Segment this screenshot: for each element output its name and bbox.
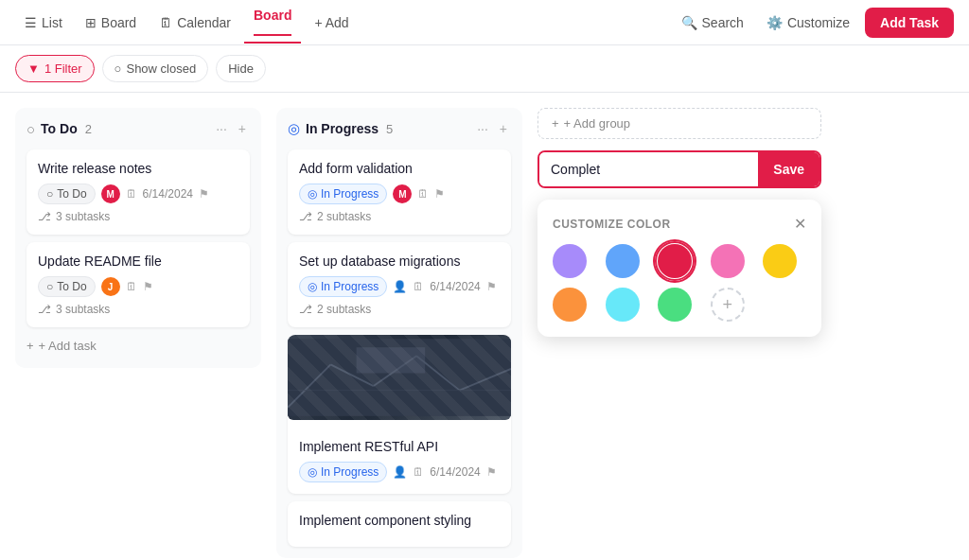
color-swatch-yellow[interactable]: [763, 244, 797, 278]
person-icon: 👤: [393, 280, 407, 293]
task-card[interactable]: Update README file ○ To Do J 🗓 ⚑ ⎇ 3 sub…: [26, 242, 250, 327]
color-swatch-blue[interactable]: [606, 244, 640, 278]
task-date: 6/14/2024: [143, 187, 193, 201]
task-card[interactable]: Add form validation ◎ In Progress M 🗓 ⚑ …: [288, 149, 511, 235]
task-subtasks: ⎇ 3 subtasks: [38, 210, 238, 223]
task-date: 6/14/2024: [430, 465, 480, 479]
task-subtasks: ⎇ 3 subtasks: [38, 303, 238, 316]
color-swatch-orange[interactable]: [553, 288, 587, 322]
svg-line-5: [460, 369, 511, 391]
inprogress-ellipsis-icon[interactable]: ···: [473, 119, 492, 138]
add-task-link[interactable]: + + Add task: [26, 335, 250, 357]
task-title: Set up database migrations: [299, 254, 500, 269]
subtasks-label: 3 subtasks: [56, 303, 110, 316]
flag-icon[interactable]: ⚑: [143, 280, 153, 293]
inprogress-col-actions: ··· +: [473, 119, 511, 138]
color-swatch-red[interactable]: [658, 244, 692, 278]
svg-line-1: [288, 364, 330, 407]
avatar: M: [101, 184, 120, 203]
svg-line-2: [330, 364, 373, 386]
task-title: Add form validation: [299, 161, 500, 176]
task-subtasks: ⎇ 2 subtasks: [299, 303, 500, 316]
nav-list-label: List: [42, 15, 62, 30]
hide-button[interactable]: Hide: [216, 55, 266, 82]
close-icon[interactable]: ✕: [794, 215, 806, 233]
board-area: ○ To Do 2 ··· + Write release notes ○ To…: [0, 93, 969, 560]
flag-icon[interactable]: ⚑: [199, 187, 209, 201]
svg-line-4: [416, 356, 459, 390]
task-status-badge[interactable]: ○ To Do: [38, 184, 96, 204]
task-card[interactable]: Write release notes ○ To Do M 🗓 6/14/202…: [26, 149, 250, 235]
inprogress-status-icon: ◎: [288, 120, 300, 137]
show-closed-button[interactable]: ○ Show closed: [102, 55, 209, 82]
todo-col-actions: ··· +: [212, 119, 250, 138]
color-swatch-cyan[interactable]: [606, 288, 640, 322]
filter-button[interactable]: ▼ 1 Filter: [15, 55, 95, 82]
status-inprogress-label: In Progress: [321, 465, 379, 479]
task-status-badge[interactable]: ○ To Do: [38, 276, 96, 297]
color-swatch-pink[interactable]: [711, 244, 745, 278]
add-task-label: + Add task: [39, 339, 97, 353]
subtasks-icon: ⎇: [38, 210, 51, 223]
filter-icon: ▼: [27, 61, 40, 76]
todo-ellipsis-icon[interactable]: ···: [212, 119, 231, 138]
add-color-button[interactable]: +: [711, 288, 745, 322]
task-date: 6/14/2024: [430, 280, 480, 293]
add-group-area: + + Add group Save CUSTOMIZE COLOR ✕: [537, 108, 821, 337]
todo-column-count: 2: [85, 122, 92, 136]
filter-label: 1 Filter: [44, 61, 82, 76]
inprogress-add-icon[interactable]: +: [496, 119, 511, 138]
flag-icon[interactable]: ⚑: [486, 280, 497, 293]
nav-item-list[interactable]: ☰ List: [15, 9, 72, 36]
flag-icon[interactable]: ⚑: [434, 187, 445, 201]
task-card[interactable]: Set up database migrations ◎ In Progress…: [288, 242, 511, 327]
add-task-button[interactable]: Add Task: [865, 8, 954, 38]
task-image-placeholder: [288, 335, 511, 420]
search-label: Search: [702, 15, 744, 30]
color-swatch-green[interactable]: [658, 288, 692, 322]
subtasks-icon: ⎇: [299, 210, 312, 223]
task-meta: ○ To Do J 🗓 ⚑: [38, 276, 238, 297]
subtasks-label: 3 subtasks: [56, 210, 110, 223]
task-status-badge[interactable]: ◎ In Progress: [299, 462, 387, 482]
task-status-badge[interactable]: ◎ In Progress: [299, 184, 387, 204]
column-inprogress: ◎ In Progress 5 ··· + Add form validatio…: [276, 108, 522, 558]
flag-icon[interactable]: ⚑: [486, 465, 497, 479]
column-inprogress-header: ◎ In Progress 5 ··· +: [288, 119, 511, 138]
inprogress-column-title: In Progress: [306, 121, 379, 136]
svg-rect-7: [357, 347, 426, 373]
status-inprogress-icon: ◎: [308, 187, 317, 201]
todo-column-title: To Do: [41, 121, 78, 136]
new-group-input[interactable]: [539, 152, 758, 186]
subtasks-label: 2 subtasks: [317, 210, 371, 223]
nav-item-board-icon[interactable]: ⊞ Board: [76, 9, 146, 36]
calendar-meta-icon: 🗓: [413, 280, 424, 293]
nav-item-add[interactable]: + Add: [305, 9, 358, 36]
task-title: Update README file: [38, 254, 238, 269]
save-button[interactable]: Save: [758, 152, 819, 186]
column-todo-header: ○ To Do 2 ··· +: [26, 119, 250, 138]
nav-item-board[interactable]: Board: [244, 2, 301, 44]
task-meta: ◎ In Progress 👤 🗓 6/14/2024 ⚑: [299, 276, 500, 297]
svg-line-3: [374, 356, 416, 386]
calendar-meta-icon: 🗓: [126, 280, 137, 293]
color-swatch-purple[interactable]: [553, 244, 587, 278]
status-todo-label: To Do: [57, 187, 86, 201]
task-card[interactable]: Implement RESTful API ◎ In Progress 👤 🗓 …: [288, 335, 511, 494]
customize-button[interactable]: ⚙️ Customize: [759, 9, 857, 36]
task-status-badge[interactable]: ◎ In Progress: [299, 276, 387, 297]
task-subtasks: ⎇ 2 subtasks: [299, 210, 500, 223]
task-card[interactable]: Implement component styling: [288, 501, 511, 547]
avatar: J: [101, 277, 120, 296]
todo-add-icon[interactable]: +: [235, 119, 250, 138]
subtasks-label: 2 subtasks: [317, 303, 371, 316]
status-todo-icon: ○: [46, 187, 53, 201]
add-group-button[interactable]: + + Add group: [537, 108, 821, 139]
nav-item-calendar[interactable]: 🗓 Calendar: [150, 9, 240, 36]
search-button[interactable]: 🔍 Search: [674, 9, 751, 36]
board-active-label: Board: [254, 8, 291, 36]
calendar-icon: 🗓: [159, 15, 172, 30]
new-group-input-wrapper: Save: [537, 150, 821, 188]
subtasks-icon: ⎇: [38, 303, 51, 316]
color-grid: +: [553, 244, 806, 322]
